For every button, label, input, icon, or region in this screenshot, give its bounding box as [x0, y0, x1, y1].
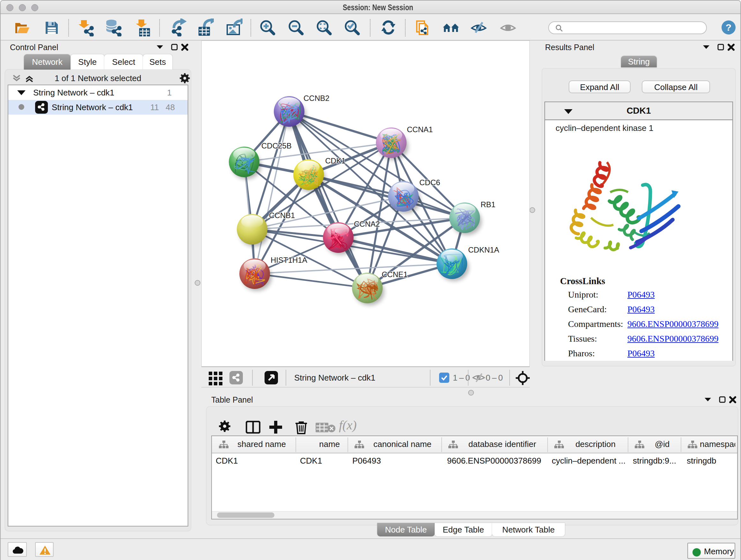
svg-text:RB1: RB1 [481, 200, 495, 209]
svg-text:HIST1H1A: HIST1H1A [271, 256, 307, 264]
svg-text:CCNA1: CCNA1 [407, 125, 433, 134]
svg-text:CDC6: CDC6 [419, 178, 440, 187]
svg-text:CDKN1A: CDKN1A [468, 246, 499, 254]
svg-text:CCNB1: CCNB1 [269, 211, 295, 220]
svg-text:CCNB2: CCNB2 [304, 94, 329, 103]
svg-text:CCNA2: CCNA2 [354, 220, 380, 228]
svg-text:CDK1: CDK1 [325, 157, 346, 165]
svg-text:?: ? [726, 22, 731, 33]
svg-text:CCNE1: CCNE1 [382, 270, 408, 279]
svg-text:CDC25B: CDC25B [261, 141, 292, 150]
